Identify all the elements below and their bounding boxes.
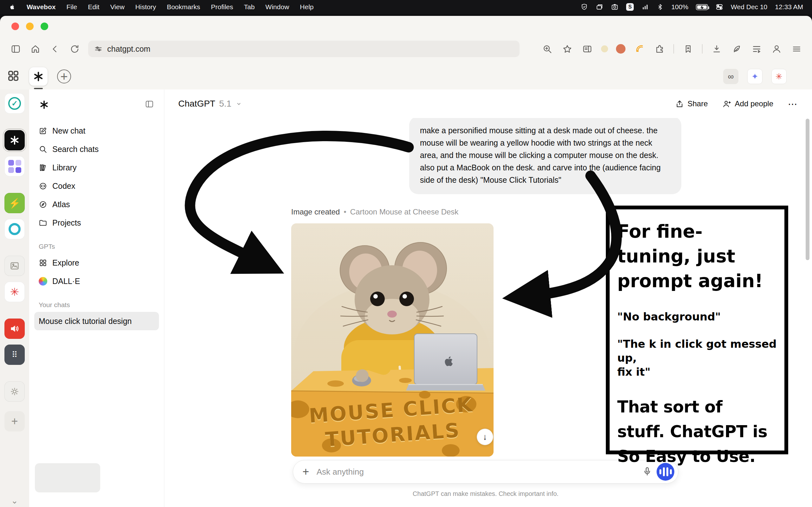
add-people-button[interactable]: Add people <box>723 99 773 108</box>
dots-icon: ⠿ <box>11 350 17 360</box>
zoom-window-button[interactable] <box>41 22 48 30</box>
rail-tasks-app[interactable]: ✓ <box>4 93 25 114</box>
site-settings-icon[interactable] <box>94 44 103 53</box>
main-menu-icon[interactable] <box>791 43 803 55</box>
generated-image[interactable]: MOUSE CLICK MOUSE CLICK TUTORIALS TUTORI… <box>291 223 494 457</box>
macos-menu-bar: Wavebox File Edit View History Bookmarks… <box>0 0 812 14</box>
sidebar-item-atlas[interactable]: Atlas <box>34 195 159 214</box>
cellular-status-icon[interactable] <box>641 3 649 11</box>
app-icon-purple[interactable]: ✦ <box>747 69 762 84</box>
scroll-to-bottom-button[interactable]: ↓ <box>477 429 493 445</box>
prompt-input[interactable] <box>317 467 638 477</box>
sidebar-item-library[interactable]: Library <box>34 158 159 177</box>
menu-edit[interactable]: Edit <box>88 3 99 11</box>
screenshot-status-icon[interactable] <box>611 3 619 11</box>
home-icon[interactable] <box>29 43 41 55</box>
queue-list-icon[interactable] <box>750 43 762 55</box>
your-chats-section-label: Your chats <box>39 301 154 309</box>
clock-time[interactable]: 12:33 AM <box>775 3 803 11</box>
rail-audio-app[interactable] <box>4 319 25 339</box>
battery-percent: 100% <box>671 3 688 11</box>
more-options-button[interactable]: ⋯ <box>788 98 798 109</box>
rail-domino-app[interactable]: ⠿ <box>4 345 25 365</box>
menu-file[interactable]: File <box>66 3 77 11</box>
apple-menu-icon[interactable] <box>9 3 16 10</box>
menu-bookmarks[interactable]: Bookmarks <box>167 3 200 11</box>
workspaces-grid-icon[interactable] <box>7 69 20 83</box>
annotation-quote-2: "The k in click got messed up, fix it" <box>617 337 777 379</box>
annotation-quote-1: "No background" <box>617 309 777 324</box>
menu-tab[interactable]: Tab <box>244 3 255 11</box>
shield-status-icon[interactable] <box>580 3 588 11</box>
zoom-page-icon[interactable] <box>541 43 553 55</box>
squares-icon <box>8 160 21 173</box>
minimize-window-button[interactable] <box>26 22 34 30</box>
rail-green-bolt-app[interactable]: ⚡ <box>4 193 25 213</box>
dimmed-extension-icon[interactable] <box>601 45 608 52</box>
bookmark-star-icon[interactable] <box>561 43 573 55</box>
chatgpt-main: ChatGPT 5.1 Share Add people ⋯ <box>164 90 812 507</box>
page-scrollbar[interactable] <box>806 119 809 260</box>
profile-icon[interactable] <box>770 43 783 55</box>
share-button[interactable]: Share <box>675 99 708 108</box>
rail-images-app[interactable] <box>4 256 25 276</box>
app-icon-red-asterisk[interactable]: ✳ <box>771 69 787 84</box>
claude-extension-icon[interactable] <box>616 44 625 54</box>
address-bar[interactable]: chatgpt.com <box>88 41 519 57</box>
wavebox-app-rail: ✓ ⚡ ✳ ⠿ + ⌄ <box>0 90 29 507</box>
image-title[interactable]: Cartoon Mouse at Cheese Desk <box>350 208 459 216</box>
windows-status-icon[interactable] <box>596 3 603 11</box>
clock-date[interactable]: Wed Dec 10 <box>731 3 767 11</box>
signal-extension-icon[interactable] <box>633 43 645 55</box>
rail-gallery-app[interactable] <box>4 156 25 176</box>
rail-add-app-button[interactable]: + <box>4 411 25 432</box>
add-bookmark-icon[interactable] <box>682 43 694 55</box>
back-icon[interactable] <box>49 43 61 55</box>
sidebar-chat-mouse-click-tutorial[interactable]: Mouse click tutorial design <box>34 312 159 330</box>
rail-pinwheel-app[interactable]: ✳ <box>4 282 25 302</box>
image-meta-row: Image created • Cartoon Mouse at Cheese … <box>291 208 458 216</box>
battery-icon <box>696 4 708 10</box>
rail-settings-app[interactable] <box>4 381 25 402</box>
toggle-sidebar-icon[interactable] <box>9 43 21 55</box>
library-icon <box>39 163 47 172</box>
sidebar-item-dalle[interactable]: DALL·E <box>34 272 159 290</box>
model-version: 5.1 <box>219 99 232 109</box>
menu-history[interactable]: History <box>135 3 156 11</box>
new-tab-button[interactable]: + <box>57 69 71 83</box>
dalle-icon <box>39 277 47 286</box>
menu-profiles[interactable]: Profiles <box>211 3 233 11</box>
atlas-icon <box>39 200 47 209</box>
bluetooth-status-icon[interactable] <box>657 3 664 10</box>
rail-ring-app[interactable] <box>4 219 25 239</box>
model-selector[interactable]: ChatGPT 5.1 <box>178 99 242 109</box>
attach-plus-button[interactable]: + <box>299 465 312 478</box>
gpts-section-label: GPTs <box>39 243 154 250</box>
privacy-feather-icon[interactable] <box>731 43 743 55</box>
sidebar-item-explore[interactable]: Explore <box>34 253 159 272</box>
extensions-puzzle-icon[interactable] <box>653 43 666 55</box>
rail-chatgpt-app[interactable] <box>4 130 25 150</box>
ring-icon <box>9 223 21 235</box>
menu-view[interactable]: View <box>110 3 124 11</box>
url-text[interactable]: chatgpt.com <box>107 44 150 54</box>
close-window-button[interactable] <box>11 22 19 30</box>
app-icon-glasses[interactable]: ∞ <box>723 69 738 84</box>
rail-scroll-chevron-icon[interactable]: ⌄ <box>11 496 18 506</box>
menu-app-name[interactable]: Wavebox <box>27 3 56 11</box>
active-tab-indicator <box>34 88 43 89</box>
sidebar-item-new-chat[interactable]: New chat <box>34 121 159 140</box>
s-app-status-icon[interactable]: S <box>626 3 634 11</box>
menu-help[interactable]: Help <box>300 3 314 11</box>
sidebar-item-projects[interactable]: Projects <box>34 214 159 232</box>
sidebar-item-search-chats[interactable]: Search chats <box>34 140 159 158</box>
sidebar-item-codex[interactable]: Codex <box>34 177 159 195</box>
menu-window[interactable]: Window <box>265 3 289 11</box>
downloads-icon[interactable] <box>710 43 723 55</box>
control-center-icon[interactable] <box>715 3 723 11</box>
tab-chatgpt[interactable] <box>29 67 48 86</box>
collapse-sidebar-icon[interactable] <box>145 100 154 110</box>
check-circle-icon: ✓ <box>8 97 21 110</box>
reload-icon[interactable] <box>68 43 80 55</box>
reading-list-icon[interactable] <box>581 43 593 55</box>
